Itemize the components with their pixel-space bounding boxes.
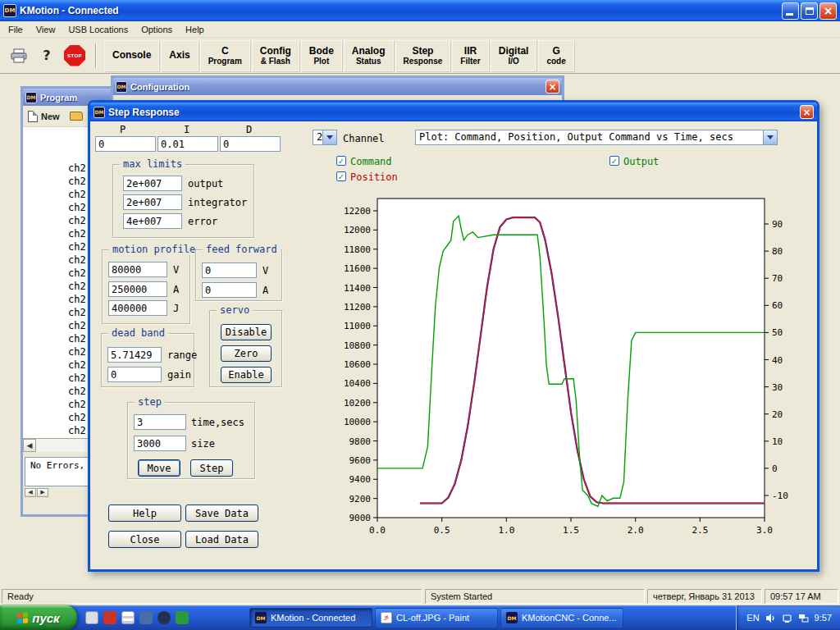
quick-launch-icon[interactable]	[176, 611, 189, 624]
scroll-right-arrow-icon[interactable]: ▶	[37, 488, 48, 497]
open-file-icon[interactable]	[70, 112, 83, 121]
print-button[interactable]	[7, 43, 31, 69]
quick-launch-icon[interactable]	[85, 611, 98, 624]
help-button[interactable]: Help	[108, 504, 181, 522]
quick-launch-icon[interactable]	[103, 611, 116, 624]
servo-group: servo Disable Zero Enable	[209, 310, 282, 387]
toolbar-step-response-button[interactable]: StepResponse	[395, 40, 451, 71]
start-button[interactable]: пуск	[0, 605, 77, 630]
command-checkbox[interactable]: ✓	[336, 156, 346, 166]
app-icon: DM	[3, 4, 16, 17]
p-input[interactable]	[95, 136, 156, 152]
minimize-button[interactable]	[782, 2, 799, 20]
task-paint[interactable]: 彡 CL-off.JPG - Paint	[375, 608, 498, 628]
max-integrator-label: integrator	[188, 197, 247, 208]
network-icon[interactable]	[798, 613, 809, 623]
disable-button[interactable]: Disable	[221, 324, 272, 340]
position-checkbox-label: Position	[350, 171, 398, 183]
jerk-input[interactable]	[108, 300, 167, 316]
svg-text:70: 70	[772, 273, 783, 284]
step-response-plot: 9000920094009600980010000102001040010600…	[328, 191, 792, 556]
usb-device-icon[interactable]	[782, 613, 792, 623]
status-date: четверг, Январь 31 2013	[647, 589, 762, 604]
move-button[interactable]: Move	[138, 459, 180, 477]
menu-file[interactable]: File	[2, 23, 30, 36]
toolbar-c-program-button[interactable]: CProgram	[200, 40, 250, 71]
chevron-down-icon[interactable]	[322, 130, 336, 144]
menu-view[interactable]: View	[30, 23, 62, 36]
step-button[interactable]: Step	[190, 459, 233, 477]
max-output-input[interactable]	[123, 176, 182, 191]
step-title: step	[135, 396, 165, 408]
menu-usb-locations[interactable]: USB Locations	[62, 23, 135, 36]
step-size-input[interactable]	[134, 436, 186, 451]
configuration-window-icon: DM	[116, 81, 127, 93]
task-kmotion[interactable]: DM KMotion - Connected	[249, 608, 372, 628]
system-tray: EN 9:57	[736, 605, 840, 630]
enable-button[interactable]: Enable	[221, 367, 272, 383]
taskbar: пуск DM KMotion - Connected 彡 CL-off.JPG…	[0, 605, 840, 630]
dead-band-gain-input[interactable]	[107, 367, 162, 382]
svg-text:9000: 9000	[349, 513, 372, 523]
task-kmotioncnc[interactable]: DM KMotionCNC - Conne...	[500, 608, 623, 628]
velocity-input[interactable]	[108, 262, 167, 277]
restore-button[interactable]	[801, 2, 818, 20]
svg-text:60: 60	[772, 300, 783, 311]
max-error-input[interactable]	[123, 213, 182, 229]
ff-acceleration-label: A	[262, 285, 268, 296]
ff-velocity-input[interactable]	[202, 262, 257, 278]
plot-type-select[interactable]: Plot: Command, Position, Output Command …	[415, 130, 778, 145]
dead-band-range-input[interactable]	[107, 347, 162, 363]
clock[interactable]: 9:57	[815, 613, 832, 623]
quick-launch-icon[interactable]	[139, 611, 153, 624]
close-button[interactable]: ×	[819, 2, 837, 20]
svg-text:2.5: 2.5	[692, 525, 708, 536]
volume-icon[interactable]	[765, 613, 776, 623]
status-ready: Ready	[2, 589, 422, 604]
toolbar-iir-filter-button[interactable]: IIRFilter	[452, 40, 488, 71]
toolbar-digital-io-button[interactable]: DigitalI/O	[491, 40, 537, 71]
toolbar-analog-status-button[interactable]: AnalogStatus	[344, 40, 394, 71]
menu-help[interactable]: Help	[179, 23, 211, 36]
save-data-button[interactable]: Save Data	[185, 504, 258, 522]
step-time-input[interactable]	[134, 414, 186, 430]
toolbar-axis-button[interactable]: Axis	[161, 40, 198, 71]
i-input[interactable]	[158, 136, 218, 152]
toolbar-bode-plot-button[interactable]: BodePlot	[301, 40, 342, 71]
position-checkbox[interactable]: ✓	[336, 171, 346, 181]
menu-options[interactable]: Options	[135, 23, 179, 36]
load-data-button[interactable]: Load Data	[185, 531, 258, 548]
scroll-left-arrow-icon[interactable]: ◀	[25, 488, 36, 497]
step-group: step time,secs size Move Step	[127, 402, 255, 479]
channel-select[interactable]: 2	[313, 130, 337, 145]
close-dialog-button[interactable]: Close	[108, 531, 181, 548]
svg-text:20: 20	[772, 409, 783, 420]
configuration-close-button[interactable]: ×	[546, 80, 559, 94]
max-integrator-input[interactable]	[123, 194, 182, 210]
toolbar-console-button[interactable]: Console	[104, 40, 159, 71]
scroll-left-arrow-icon[interactable]: ◀	[23, 439, 36, 452]
svg-text:10800: 10800	[344, 340, 371, 351]
toolbar-config-flash-button[interactable]: Config& Flash	[252, 40, 299, 71]
svg-text:11000: 11000	[344, 321, 371, 331]
d-input[interactable]	[220, 136, 281, 152]
output-scrollbar[interactable]: ◀ ▶	[25, 488, 74, 497]
about-button[interactable]: ?	[34, 43, 59, 69]
output-checkbox-label: Output	[623, 156, 659, 167]
acceleration-input[interactable]	[108, 281, 167, 297]
chevron-down-icon[interactable]	[763, 130, 777, 144]
new-file-icon	[28, 111, 38, 122]
main-toolbar: ? STOP Console Axis CProgram Config& Fla…	[0, 38, 840, 74]
zero-button[interactable]: Zero	[221, 345, 272, 362]
step-response-close-button[interactable]: ×	[800, 105, 814, 119]
svg-text:10200: 10200	[344, 398, 371, 409]
language-indicator[interactable]: EN	[746, 613, 759, 623]
toolbar-g-code-button[interactable]: Gcode	[538, 40, 573, 71]
quick-launch-icon[interactable]	[121, 611, 135, 624]
ff-acceleration-input[interactable]	[202, 282, 257, 298]
output-checkbox[interactable]: ✓	[609, 156, 619, 166]
quick-launch-icon[interactable]	[158, 611, 171, 624]
stop-button[interactable]: STOP	[62, 43, 87, 69]
new-file-button[interactable]: New	[41, 112, 60, 121]
svg-text:11400: 11400	[344, 283, 371, 294]
